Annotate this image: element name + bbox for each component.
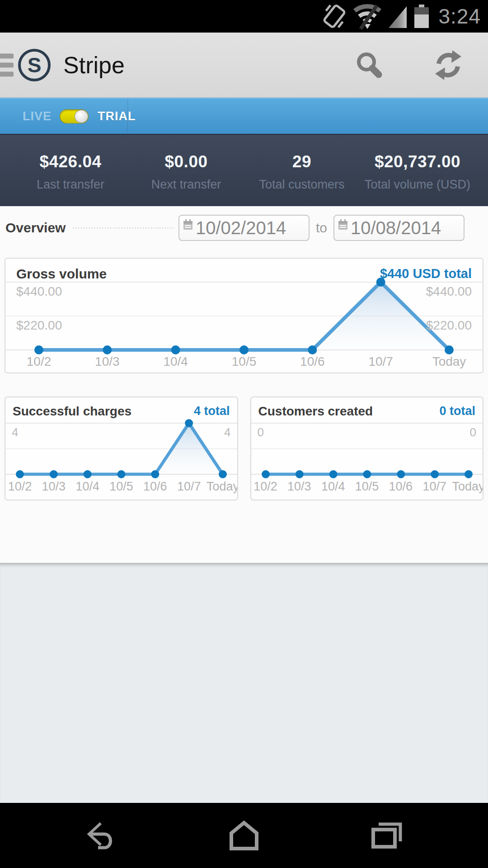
app-header: S Stripe — [0, 33, 488, 98]
data-point — [34, 345, 43, 354]
stat-label: Total customers — [244, 178, 360, 192]
y-tick-label: 0 — [470, 425, 476, 439]
x-tick-label: Today — [452, 480, 483, 494]
data-point — [171, 345, 180, 354]
stripe-logo: S — [18, 49, 51, 81]
data-point — [465, 470, 473, 478]
successful-charges-card: 10/210/310/410/510/610/7Today44 Successf… — [5, 396, 238, 500]
trial-label: TRIAL — [98, 109, 136, 123]
data-point — [84, 470, 92, 478]
x-tick-label: 10/6 — [389, 480, 413, 494]
stat-last-transfer: $426.04 Last transfer — [13, 150, 128, 192]
small-charts-row: 10/210/310/410/510/610/7Today44 Successf… — [5, 396, 483, 500]
x-tick-label: 10/7 — [368, 354, 393, 369]
stat-value: $20,737.00 — [360, 152, 475, 171]
live-trial-toggle[interactable] — [60, 109, 89, 123]
clock-text: 3:24 — [436, 4, 481, 28]
status-bar: 3:24 — [0, 0, 488, 33]
x-tick-label: 10/2 — [253, 480, 277, 494]
battery-icon — [414, 3, 429, 30]
data-point — [50, 470, 58, 478]
data-point — [117, 470, 126, 478]
stat-next-transfer: $0.00 Next transfer — [128, 150, 244, 192]
data-point — [295, 470, 303, 478]
date-to-value: 10/08/2014 — [351, 218, 441, 238]
y-tick-label: 4 — [224, 425, 230, 439]
recents-button[interactable] — [315, 821, 458, 850]
x-tick-label: Today — [206, 480, 238, 494]
x-tick-label: 10/2 — [27, 354, 52, 369]
x-tick-label: 10/4 — [75, 480, 99, 494]
chart-title: Successful charges — [13, 404, 131, 419]
stat-label: Next transfer — [128, 178, 244, 192]
data-point — [239, 345, 249, 354]
date-from-input[interactable]: 10/02/2014 — [178, 215, 310, 241]
x-tick-label: 10/3 — [287, 480, 311, 494]
home-button[interactable] — [173, 821, 315, 850]
data-point — [185, 419, 193, 427]
date-from-value: 10/02/2014 — [196, 218, 286, 238]
stats-bar: $426.04 Last transfer $0.00 Next transfe… — [0, 134, 488, 206]
y-tick-label: $440.00 — [426, 284, 472, 299]
x-tick-label: 10/5 — [232, 354, 257, 369]
gross-volume-card: 10/210/310/410/510/610/7Today$440.00$440… — [5, 258, 483, 373]
data-point — [397, 470, 405, 478]
stat-label: Total volume (USD) — [360, 178, 475, 192]
recents-icon — [370, 821, 403, 850]
y-tick-label: 0 — [258, 425, 264, 439]
vibrate-icon — [322, 3, 347, 30]
x-tick-label: 10/7 — [422, 480, 446, 494]
chart-total-link[interactable]: 4 total — [194, 404, 230, 418]
data-point — [16, 470, 24, 478]
toggle-knob — [75, 110, 88, 123]
y-tick-label: 4 — [12, 425, 18, 439]
mode-bar: LIVE TRIAL — [0, 98, 488, 134]
x-tick-label: 10/3 — [95, 354, 120, 369]
wifi-icon — [353, 3, 381, 30]
page-background — [0, 563, 488, 803]
x-tick-label: Today — [432, 354, 466, 369]
stat-label: Last transfer — [13, 178, 128, 192]
dotted-divider — [73, 227, 174, 229]
x-tick-label: 10/4 — [163, 354, 188, 369]
data-point — [431, 470, 439, 478]
stat-total-customers: 29 Total customers — [244, 150, 360, 192]
x-tick-label: 10/7 — [177, 480, 201, 494]
calendar-icon — [338, 219, 348, 231]
chart-title: Gross volume — [16, 266, 107, 282]
data-point — [329, 470, 337, 478]
to-label: to — [316, 220, 327, 236]
x-tick-label: 10/2 — [8, 480, 32, 494]
y-tick-label: $220.00 — [16, 318, 62, 333]
live-label: LIVE — [23, 109, 52, 123]
home-icon — [228, 821, 260, 850]
search-button[interactable] — [351, 45, 387, 85]
app-title: Stripe — [63, 52, 351, 79]
data-point — [445, 345, 454, 354]
hamburger-icon — [0, 53, 14, 58]
chart-title: Customers created — [258, 404, 373, 419]
stat-total-volume: $20,737.00 Total volume (USD) — [360, 150, 475, 192]
data-point — [103, 345, 112, 354]
x-tick-label: 10/6 — [143, 480, 167, 494]
calendar-icon — [183, 219, 193, 231]
date-to-input[interactable]: 10/08/2014 — [333, 215, 465, 241]
menu-button[interactable] — [0, 53, 14, 76]
stat-value: $0.00 — [128, 152, 244, 171]
data-point — [363, 470, 371, 478]
refresh-button[interactable] — [430, 45, 466, 85]
mode-bar-divider — [127, 99, 128, 134]
data-point — [308, 345, 317, 354]
dashboard-content: Overview 10/02/2014 to 10/08 — [0, 206, 488, 563]
stat-value: 29 — [244, 152, 360, 171]
x-tick-label: 10/4 — [321, 480, 345, 494]
x-tick-label: 10/3 — [42, 480, 66, 494]
customers-created-card: 10/210/310/410/510/610/7Today00 Customer… — [250, 396, 484, 500]
x-tick-label: 10/5 — [109, 480, 133, 494]
back-button[interactable] — [31, 821, 173, 850]
y-tick-label: $220.00 — [426, 318, 472, 333]
data-point — [262, 470, 270, 478]
chart-total-link[interactable]: $440 USD total — [380, 266, 472, 281]
chart-total-link[interactable]: 0 total — [439, 404, 475, 418]
y-tick-label: $440.00 — [16, 284, 62, 299]
